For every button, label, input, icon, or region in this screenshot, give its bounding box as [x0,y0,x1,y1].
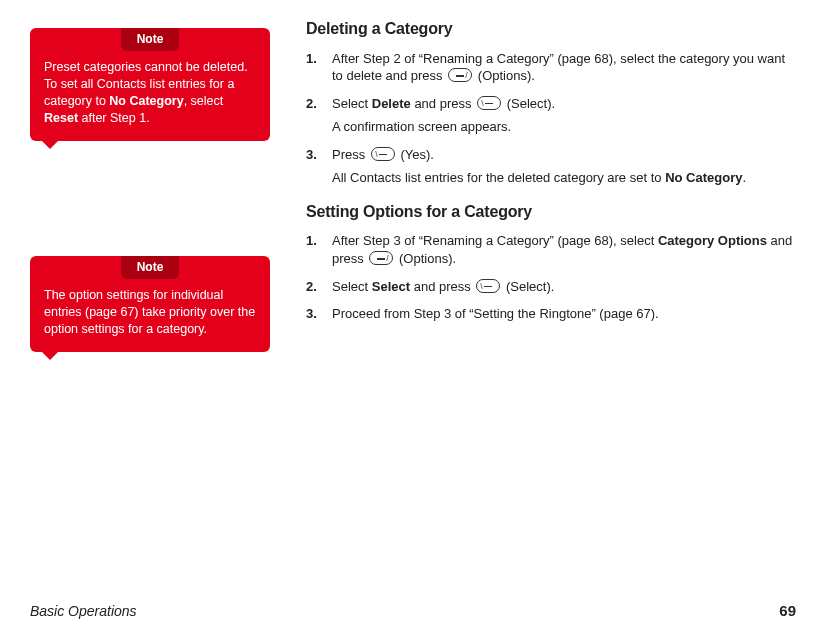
two-column-layout: Note Preset categories cannot be deleted… [30,18,796,578]
step-text: (Options). [395,251,456,266]
note-body: Preset categories cannot be deleted. To … [44,59,256,127]
step-sub-bold: No Category [665,170,742,185]
note-text: after Step 1. [78,111,150,125]
step-text-bold: Select [372,279,410,294]
step-text: Press [332,147,369,162]
note-box-2: Note The option settings for individual … [30,256,270,352]
section-heading-deleting: Deleting a Category [306,18,796,40]
step-item: Select Select and press (Select). [306,278,796,296]
note-title: Note [121,256,180,279]
softkey-right-icon [476,279,500,293]
step-text: (Options). [474,68,535,83]
step-item: Proceed from Step 3 of “Setting the Ring… [306,305,796,323]
note-body: The option settings for individual entri… [44,287,256,338]
note-box-1: Note Preset categories cannot be deleted… [30,28,270,141]
step-text: (Select). [503,96,555,111]
step-text: (Yes). [397,147,434,162]
note-text: , select [184,94,224,108]
steps-list-deleting: After Step 2 of “Renaming a Category” (p… [306,50,796,187]
step-item: Select Delete and press (Select). A conf… [306,95,796,136]
sidebar-notes-column: Note Preset categories cannot be deleted… [30,18,282,578]
step-item: After Step 2 of “Renaming a Category” (p… [306,50,796,85]
note-title-wrap: Note [44,256,256,287]
step-text: After Step 3 of “Renaming a Category” (p… [332,233,658,248]
manual-page: Note Preset categories cannot be deleted… [0,0,826,637]
note-title: Note [121,28,180,51]
step-item: Press (Yes). All Contacts list entries f… [306,146,796,187]
note-spacer [30,141,282,256]
page-footer: Basic Operations 69 [30,601,796,621]
step-text: Select [332,96,372,111]
step-subtext: A confirmation screen appears. [332,118,796,136]
step-text: (Select). [502,279,554,294]
note-text-bold: No Category [109,94,183,108]
step-text-bold: Delete [372,96,411,111]
section-heading-setting-options: Setting Options for a Category [306,201,796,223]
step-text: After Step 2 of “Renaming a Category” (p… [332,51,785,84]
step-sub: . [742,170,746,185]
softkey-right-icon [371,147,395,161]
step-subtext: All Contacts list entries for the delete… [332,169,796,187]
step-sub: A confirmation screen appears. [332,119,511,134]
step-sub: All Contacts list entries for the delete… [332,170,665,185]
note-text: The option settings for individual entri… [44,288,255,336]
footer-section-name: Basic Operations [30,602,137,621]
softkey-left-icon [448,68,472,82]
step-text: and press [411,96,475,111]
note-text-bold: Reset [44,111,78,125]
steps-list-setting-options: After Step 3 of “Renaming a Category” (p… [306,232,796,322]
step-text-bold: Category Options [658,233,767,248]
note-title-wrap: Note [44,28,256,59]
step-item: After Step 3 of “Renaming a Category” (p… [306,232,796,267]
step-text: Select [332,279,372,294]
step-text: and press [410,279,474,294]
footer-page-number: 69 [779,601,796,621]
softkey-right-icon [477,96,501,110]
main-content-column: Deleting a Category After Step 2 of “Ren… [306,18,796,578]
softkey-left-icon [369,251,393,265]
step-text: Proceed from Step 3 of “Setting the Ring… [332,306,659,321]
